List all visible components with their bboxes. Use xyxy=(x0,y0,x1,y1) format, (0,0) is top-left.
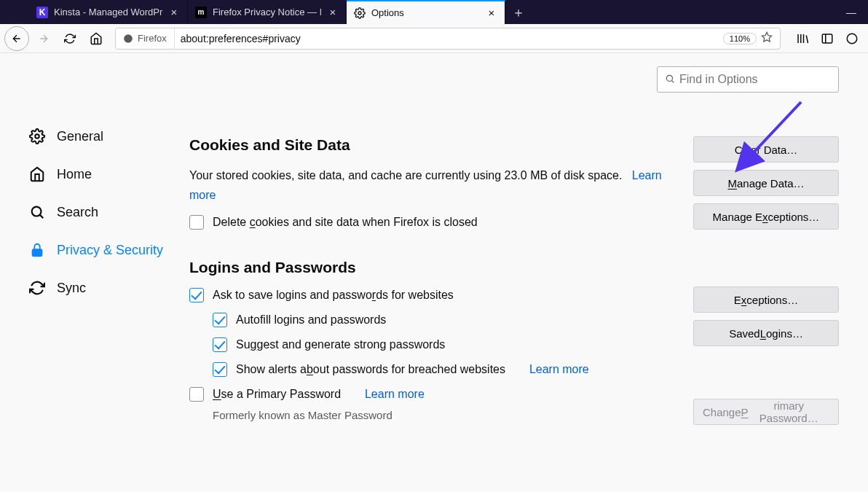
home-button[interactable] xyxy=(84,27,108,50)
sidebar-item-label: Search xyxy=(57,205,98,220)
ask-save-checkbox[interactable] xyxy=(189,288,204,302)
new-tab-button[interactable]: ＋ xyxy=(505,0,532,24)
svg-marker-2 xyxy=(762,32,771,42)
bookmark-star-icon[interactable] xyxy=(761,31,780,45)
change-primary-password-button: Change Primary Password… xyxy=(693,399,839,425)
delete-on-close-label: Delete cookies and site data when Firefo… xyxy=(213,216,478,229)
svg-rect-3 xyxy=(822,34,832,43)
sidebar-item-general[interactable]: General xyxy=(29,117,189,155)
svg-point-7 xyxy=(32,207,42,216)
autofill-checkbox[interactable] xyxy=(213,313,227,327)
autofill-label: Autofill logins and passwords xyxy=(236,313,386,327)
cookies-section: Cookies and Site Data Your stored cookie… xyxy=(189,136,839,230)
svg-rect-9 xyxy=(33,249,42,256)
svg-point-10 xyxy=(666,75,672,81)
clear-data-button[interactable]: Clear Data… xyxy=(693,136,839,163)
identity-box[interactable]: Firefox xyxy=(116,28,175,49)
svg-point-5 xyxy=(847,34,857,44)
manage-exceptions-button[interactable]: Manage Exceptions… xyxy=(693,203,839,230)
library-button[interactable] xyxy=(791,27,814,50)
svg-line-11 xyxy=(672,80,674,82)
close-icon[interactable]: × xyxy=(486,7,497,19)
back-button[interactable] xyxy=(4,26,29,51)
alerts-label: Show alerts about passwords for breached… xyxy=(236,363,505,376)
preferences-page: General Home Search Privacy & Security S… xyxy=(0,53,868,492)
close-icon[interactable]: × xyxy=(168,7,180,18)
sidebar-item-privacy[interactable]: Privacy & Security xyxy=(29,231,189,269)
sidebar-toggle-button[interactable] xyxy=(816,27,839,50)
delete-on-close-checkbox[interactable] xyxy=(189,215,204,230)
tab-title: Kinsta - Managed WordPress H xyxy=(54,7,162,17)
formerly-note: Formerly known as Master Password xyxy=(213,409,679,421)
minimize-button[interactable]: — xyxy=(835,0,868,24)
sidebar-item-label: Privacy & Security xyxy=(57,243,163,258)
cookies-description: Your stored cookies, site data, and cach… xyxy=(189,165,679,205)
svg-point-6 xyxy=(35,134,39,138)
account-button[interactable] xyxy=(840,27,864,50)
learn-more-link[interactable]: Learn more xyxy=(529,363,589,376)
primary-password-checkbox[interactable] xyxy=(189,387,204,402)
svg-line-8 xyxy=(40,215,43,218)
sidebar-item-label: General xyxy=(57,129,103,144)
suggest-checkbox[interactable] xyxy=(213,337,227,352)
tab-options[interactable]: Options × xyxy=(347,0,505,24)
mozilla-favicon-icon: m xyxy=(195,7,207,18)
identity-label: Firefox xyxy=(138,33,167,44)
firefox-logo-icon xyxy=(123,34,133,44)
tab-mozilla[interactable]: m Firefox Privacy Notice — Mozil × xyxy=(188,0,347,24)
titlebar: K Kinsta - Managed WordPress H × m Firef… xyxy=(0,0,868,24)
search-icon xyxy=(29,204,47,220)
urlbar[interactable]: Firefox about:preferences#privacy 110% xyxy=(115,28,781,50)
alerts-checkbox[interactable] xyxy=(213,362,227,377)
tab-title: Firefox Privacy Notice — Mozil xyxy=(213,7,321,17)
suggest-label: Suggest and generate strong passwords xyxy=(236,338,445,351)
sidebar-item-label: Home xyxy=(57,167,92,182)
logins-section: Logins and Passwords Ask to save logins … xyxy=(189,259,839,425)
manage-data-button[interactable]: Manage Data… xyxy=(693,170,839,196)
home-icon xyxy=(29,166,47,182)
sidebar-item-sync[interactable]: Sync xyxy=(29,269,189,307)
sidebar-item-search[interactable]: Search xyxy=(29,193,189,231)
learn-more-link[interactable]: Learn more xyxy=(365,388,425,401)
ask-save-label: Ask to save logins and passwords for web… xyxy=(213,289,454,302)
section-heading: Cookies and Site Data xyxy=(189,136,679,154)
sidebar-item-home[interactable]: Home xyxy=(29,155,189,193)
url-text: about:preferences#privacy xyxy=(175,33,723,44)
login-exceptions-button[interactable]: Exceptions… xyxy=(693,286,839,313)
forward-button[interactable] xyxy=(32,27,55,50)
lock-icon xyxy=(29,242,47,258)
close-icon[interactable]: × xyxy=(327,7,339,18)
zoom-badge[interactable]: 110% xyxy=(723,33,757,44)
svg-point-0 xyxy=(358,12,361,15)
sidebar-item-label: Sync xyxy=(57,281,86,296)
reload-button[interactable] xyxy=(58,27,82,50)
primary-password-label: Use a Primary Password xyxy=(213,388,341,401)
search-icon xyxy=(665,74,675,86)
saved-logins-button[interactable]: Saved Logins… xyxy=(693,320,839,346)
gear-icon xyxy=(354,7,366,19)
find-in-options[interactable] xyxy=(657,66,839,93)
main-pane: Cookies and Site Data Your stored cookie… xyxy=(189,53,868,492)
tab-kinsta[interactable]: K Kinsta - Managed WordPress H × xyxy=(29,0,188,24)
gear-icon xyxy=(29,128,47,144)
svg-point-1 xyxy=(124,34,133,43)
navbar: Firefox about:preferences#privacy 110% xyxy=(0,24,868,53)
category-sidebar: General Home Search Privacy & Security S… xyxy=(0,53,189,492)
tab-title: Options xyxy=(371,7,480,18)
section-heading: Logins and Passwords xyxy=(189,259,679,276)
sync-icon xyxy=(29,280,47,296)
search-input[interactable] xyxy=(679,73,831,86)
kinsta-favicon-icon: K xyxy=(36,7,48,18)
